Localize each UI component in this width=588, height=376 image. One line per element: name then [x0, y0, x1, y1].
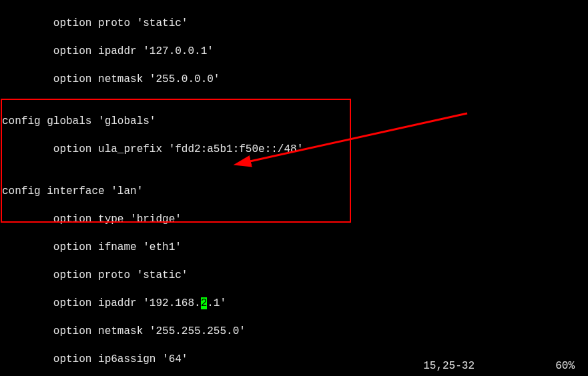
config-line: option type 'bridge' [2, 213, 303, 227]
config-line: option netmask '255.255.255.0' [2, 325, 303, 339]
config-line-cursor: option ipaddr '192.168.2.1' [2, 297, 303, 311]
config-line: option ifname 'eth1' [2, 241, 303, 255]
editor-cursor: 2 [201, 297, 208, 309]
config-line: config interface 'lan' [2, 185, 303, 199]
config-line: option ula_prefix 'fdd2:a5b1:f50e::/48' [2, 143, 303, 157]
text-before-cursor: option ipaddr '192.168. [2, 297, 201, 309]
file-content: option proto 'static' option ipaddr '127… [2, 3, 303, 376]
text-after-cursor: .1' [207, 297, 226, 309]
config-line: option netmask '255.0.0.0' [2, 73, 303, 87]
config-line: option ip6assign '64' [2, 353, 303, 367]
terminal-viewport[interactable]: option proto 'static' option ipaddr '127… [0, 0, 588, 376]
status-cursor-position: 15,25-32 [423, 359, 475, 373]
config-line: option proto 'static' [2, 17, 303, 31]
config-line: option proto 'static' [2, 269, 303, 283]
status-scroll-percent: 60% [555, 359, 575, 373]
config-line: config globals 'globals' [2, 115, 303, 129]
config-line: option ipaddr '127.0.0.1' [2, 45, 303, 59]
